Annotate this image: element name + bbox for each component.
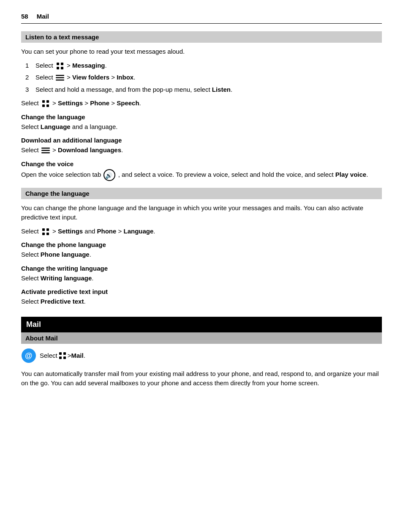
svg-rect-13: [41, 152, 50, 154]
about-mail-select: Select: [40, 352, 57, 359]
step-2-inbox: Inbox: [117, 74, 133, 81]
step-3-listen: Listen: [212, 86, 231, 93]
step-2: 2 Select > View folders > Inbox.: [25, 73, 382, 82]
svg-rect-2: [57, 67, 59, 69]
subsection-body-phone-lang: Select Phone language.: [21, 250, 382, 260]
svg-rect-9: [42, 104, 45, 107]
svg-text:@: @: [25, 351, 33, 360]
step-1-messaging: Messaging: [72, 62, 105, 69]
change-lang-arrow-1: >: [52, 228, 58, 235]
step-2-viewfolders: View folders: [72, 74, 109, 81]
subsection-body-change-voice: Open the voice selection tab 🔊 , and sel…: [21, 169, 382, 181]
mail-label: Mail: [71, 352, 83, 359]
section-header-change-lang: Change the language: [21, 188, 382, 199]
step-1-arrow: >: [67, 62, 72, 69]
phone-label-1: Phone: [90, 99, 109, 107]
svg-rect-25: [63, 356, 66, 359]
svg-rect-16: [42, 228, 45, 231]
language-label: Language: [41, 123, 71, 130]
svg-rect-3: [61, 67, 63, 69]
language-label-2: Language: [123, 228, 153, 235]
select-label-1: Select: [21, 99, 41, 107]
spaces-3: >: [116, 228, 123, 235]
svg-rect-7: [42, 100, 45, 103]
menu-icon-2: [41, 147, 50, 154]
page-header: 58 Mail: [21, 13, 382, 24]
page-title: Mail: [37, 13, 49, 20]
change-lang-intro: You can change the phone language and th…: [21, 203, 382, 222]
mail-icon: @: [21, 348, 36, 363]
select-label-2: Select: [21, 228, 41, 235]
svg-rect-12: [41, 150, 50, 151]
step-3: 3 Select and hold a message, and from th…: [25, 85, 382, 95]
step-3-content: Select and hold a message, and from the …: [35, 85, 382, 95]
subsection-body-change-lang: Select Language and a language.: [21, 122, 382, 132]
step-3-num: 3: [25, 85, 35, 95]
spaces-2: >: [109, 99, 117, 107]
step-1-num: 1: [25, 61, 35, 71]
svg-rect-5: [56, 77, 64, 79]
svg-rect-6: [56, 80, 64, 81]
play-voice-label: Play voice: [335, 170, 366, 178]
listen-intro: You can set your phone to read your text…: [21, 47, 382, 57]
subsection-body-writing-lang: Select Writing language.: [21, 274, 382, 283]
svg-rect-22: [59, 352, 62, 355]
subsection-title-download-lang: Download an additional language: [21, 137, 382, 144]
svg-rect-8: [46, 100, 49, 103]
predictive-text-label: Predictive text: [41, 298, 84, 305]
page-number: 58: [21, 13, 28, 20]
listen-select-line: Select > Settings > Phone > Speech.: [21, 99, 382, 108]
about-mail-arrow: >: [68, 352, 71, 359]
phone-language-label: Phone language: [41, 251, 90, 258]
spaces-1: >: [83, 99, 90, 107]
svg-rect-10: [46, 104, 49, 107]
section-header-listen: Listen to a text message: [21, 31, 382, 43]
section-listen-body: You can set your phone to read your text…: [21, 47, 382, 181]
settings-label-1: Settings: [58, 99, 83, 107]
grid-icon-1: [56, 62, 64, 70]
step-1-dot: .: [105, 62, 107, 69]
change-lang-select-line: Select > Settings and Phone > Language.: [21, 227, 382, 236]
dot-1: .: [139, 99, 141, 107]
step-2-arrow: >: [67, 74, 72, 81]
download-languages-label: Download languages: [58, 146, 121, 154]
subsection-title-phone-lang: Change the phone language: [21, 241, 382, 248]
step-2-dot: .: [133, 74, 135, 81]
grid-icon-2: [41, 99, 50, 108]
menu-icon-1: [56, 74, 64, 81]
about-mail-row: @ Select > Mail.: [21, 348, 382, 363]
settings-label-2: Settings: [58, 228, 83, 235]
subsection-title-change-lang: Change the language: [21, 113, 382, 121]
step-1-select: Select: [35, 62, 55, 69]
mail-body: You can automatically transfer mail from…: [21, 369, 382, 388]
mail-dot: .: [84, 352, 85, 359]
svg-rect-18: [42, 233, 45, 235]
svg-text:🔊: 🔊: [105, 172, 113, 179]
section-listen-text-message: Listen to a text message You can set you…: [21, 31, 382, 181]
phone-label-2: Phone: [97, 228, 117, 235]
change-lang-and: and: [83, 228, 97, 235]
grid-icon-4: [58, 351, 67, 360]
section-change-lang-body: You can change the phone language and th…: [21, 203, 382, 307]
select-arrow-1: >: [52, 99, 58, 107]
voice-icon: 🔊: [103, 169, 115, 181]
about-mail-header: About Mail: [21, 332, 382, 344]
step-2-content: Select > View folders > Inbox.: [35, 73, 382, 82]
section-change-language: Change the language You can change the p…: [21, 188, 382, 307]
svg-rect-24: [59, 356, 62, 359]
grid-icon-3: [41, 228, 50, 236]
svg-rect-19: [46, 233, 49, 235]
subsection-body-predictive: Select Predictive text.: [21, 297, 382, 307]
subsection-title-change-voice: Change the voice: [21, 160, 382, 167]
subsection-body-download-lang: Select > Download languages.: [21, 145, 382, 155]
svg-rect-1: [61, 63, 63, 65]
svg-rect-0: [57, 63, 59, 65]
subsection-title-writing-lang: Change the writing language: [21, 265, 382, 272]
writing-language-label: Writing language: [41, 274, 92, 282]
svg-rect-4: [56, 75, 64, 76]
svg-rect-23: [63, 352, 66, 355]
subsection-title-predictive: Activate predictive text input: [21, 288, 382, 295]
dot-2: .: [153, 228, 155, 235]
page: 58 Mail Listen to a text message You can…: [0, 0, 403, 532]
step-2-space: >: [109, 74, 117, 81]
